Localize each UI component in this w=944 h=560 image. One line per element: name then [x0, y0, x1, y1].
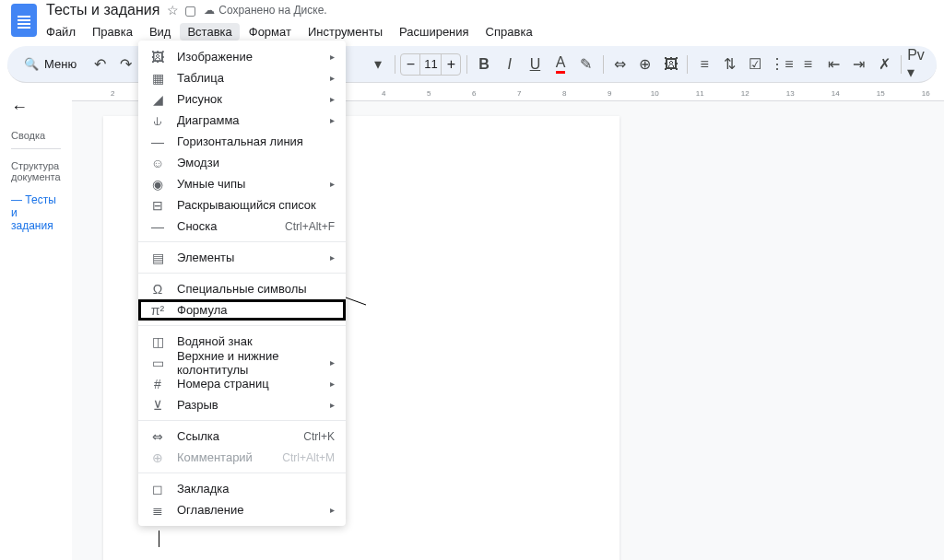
menu-search[interactable]: 🔍 Меню [15, 53, 86, 75]
insert-menu-item[interactable]: ▦Таблица▸ [138, 67, 346, 88]
insert-menu-item[interactable]: ⊻Разрыв▸ [138, 394, 346, 415]
insert-menu-item[interactable]: #Номера страниц▸ [138, 373, 346, 394]
menu-item-icon: # [149, 377, 166, 391]
menu-item-icon: ⫝ [149, 113, 166, 128]
align-button[interactable]: ≡ [693, 52, 715, 77]
menu-правка[interactable]: Правка [85, 23, 140, 41]
menu-item-label: Оглавление [177, 503, 319, 517]
insert-menu-dropdown: 🖼Изображение▸▦Таблица▸◢Рисунок▸⫝Диаграмм… [138, 41, 346, 526]
insert-menu-item[interactable]: ⊟Раскрывающийся список [138, 194, 346, 216]
chevron-right-icon: ▸ [330, 252, 335, 262]
font-size-decrease[interactable]: − [401, 56, 419, 73]
chevron-right-icon: ▸ [330, 94, 335, 104]
doc-title[interactable]: Тесты и задания [46, 2, 159, 18]
numbered-list-button[interactable]: ≡ [797, 52, 820, 77]
font-size-control[interactable]: − 11 + [400, 53, 461, 76]
menu-item-label: Формула [177, 303, 335, 317]
search-icon: 🔍 [24, 57, 39, 71]
insert-menu-item[interactable]: ⇔СсылкаCtrl+K [138, 426, 346, 447]
menu-item-label: Ссылка [177, 429, 292, 443]
chevron-right-icon: ▸ [330, 400, 335, 410]
star-icon[interactable]: ☆ [167, 3, 179, 18]
clear-formatting-button[interactable]: ✗ [874, 52, 896, 77]
link-button[interactable]: ⇔ [608, 52, 631, 77]
italic-button[interactable]: I [499, 52, 521, 77]
indent-increase-button[interactable]: ⇥ [848, 52, 870, 77]
menu-item-label: Раскрывающийся список [177, 198, 335, 212]
menu-файл[interactable]: Файл [39, 23, 83, 41]
insert-menu-item[interactable]: ◢Рисунок▸ [138, 88, 346, 110]
menu-item-label: Эмодзи [177, 156, 335, 169]
move-icon[interactable]: ▢ [184, 3, 196, 18]
menu-item-icon: ◉ [149, 177, 166, 192]
text-color-button[interactable]: A [549, 52, 572, 77]
chevron-right-icon: ▸ [330, 179, 335, 189]
menu-item-icon: ▭ [149, 356, 166, 370]
structure-heading: Структура документа [11, 160, 61, 182]
editing-mode-button[interactable]: Pv ▾ [907, 52, 929, 77]
back-button[interactable]: ← [11, 98, 61, 117]
menu-item-label: Умные чипы [177, 177, 319, 191]
chevron-right-icon: ▸ [330, 73, 335, 83]
image-button[interactable]: 🖼 [660, 52, 682, 77]
insert-menu-item[interactable]: ◻Закладка [138, 478, 346, 499]
comment-button[interactable]: ⊕ [634, 52, 656, 77]
style-dropdown[interactable]: ▾ [367, 52, 389, 77]
chevron-right-icon: ▸ [330, 379, 335, 389]
chevron-right-icon: ▸ [330, 505, 335, 515]
redo-button[interactable]: ↷ [115, 52, 137, 77]
undo-button[interactable]: ↶ [89, 52, 112, 77]
indent-decrease-button[interactable]: ⇤ [822, 52, 844, 77]
bold-button[interactable]: B [473, 52, 495, 77]
cloud-icon: ☁ [204, 4, 215, 17]
menu-item-label: Специальные символы [177, 282, 335, 296]
text-cursor [159, 531, 159, 547]
docs-logo[interactable] [11, 4, 37, 37]
chevron-right-icon: ▸ [330, 52, 335, 62]
insert-menu-item[interactable]: ☺Эмодзи [138, 152, 346, 173]
summary-heading: Сводка [11, 130, 61, 141]
menu-item-label: Диаграмма [177, 113, 319, 127]
menu-item-icon: ⊟ [149, 198, 166, 213]
insert-menu-item[interactable]: 🖼Изображение▸ [138, 46, 346, 67]
insert-menu-item[interactable]: ≣Оглавление▸ [138, 499, 346, 520]
insert-menu-item[interactable]: ◉Умные чипы▸ [138, 173, 346, 194]
highlight-button[interactable]: ✎ [575, 52, 597, 77]
menu-item-icon: Ω [149, 282, 166, 297]
menu-справка[interactable]: Справка [478, 23, 540, 41]
menubar: ФайлПравкаВидВставкаФорматИнструментыРас… [39, 20, 944, 42]
menu-item-label: Комментарий [177, 450, 271, 464]
menu-item-icon: π² [149, 303, 166, 318]
bulleted-list-button[interactable]: ⋮≡ [770, 52, 793, 77]
menu-вставка[interactable]: Вставка [180, 23, 239, 41]
outline-item[interactable]: Тесты и задания [11, 190, 61, 236]
menu-инструменты[interactable]: Инструменты [301, 23, 390, 41]
insert-menu-item[interactable]: π²Формула [138, 299, 346, 321]
menu-item-shortcut: Ctrl+K [303, 430, 335, 443]
font-size-value[interactable]: 11 [419, 54, 442, 75]
insert-menu-item[interactable]: —СноскаCtrl+Alt+F [138, 216, 346, 237]
checklist-button[interactable]: ☑ [745, 52, 767, 77]
font-size-increase[interactable]: + [442, 56, 460, 73]
menu-item-icon: ⊻ [149, 398, 166, 413]
menu-item-icon: ◻ [149, 482, 166, 496]
line-spacing-button[interactable]: ⇅ [719, 52, 741, 77]
insert-menu-item[interactable]: ⫝Диаграмма▸ [138, 110, 346, 131]
chevron-right-icon: ▸ [330, 357, 335, 368]
menu-item-label: Водяной знак [177, 334, 335, 348]
menu-item-icon: ◢ [149, 92, 166, 107]
insert-menu-item[interactable]: ΩСпециальные символы [138, 278, 346, 299]
insert-menu-item[interactable]: —Горизонтальная линия [138, 131, 346, 152]
chevron-right-icon: ▸ [330, 115, 335, 125]
menu-вид[interactable]: Вид [142, 23, 179, 41]
underline-button[interactable]: U [525, 52, 547, 77]
menu-item-icon: ☺ [149, 156, 166, 170]
menu-формат[interactable]: Формат [242, 23, 299, 41]
insert-menu-item[interactable]: ▤Элементы▸ [138, 247, 346, 268]
menu-item-icon: ▦ [149, 71, 166, 86]
menu-item-shortcut: Ctrl+Alt+M [282, 451, 335, 464]
save-status-text: Сохранено на Диске. [218, 4, 326, 17]
menu-расширения[interactable]: Расширения [392, 23, 477, 41]
insert-menu-item[interactable]: ▭Верхние и нижние колонтитулы▸ [138, 352, 346, 373]
menu-item-shortcut: Ctrl+Alt+F [285, 220, 335, 233]
